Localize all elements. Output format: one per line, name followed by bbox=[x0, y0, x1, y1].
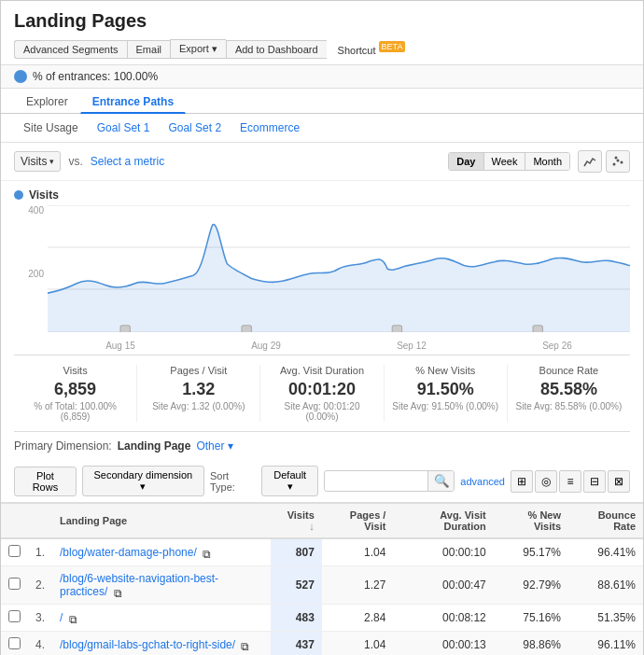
subtab-site-usage[interactable]: Site Usage bbox=[14, 118, 88, 138]
stat-avg-duration-sub: Site Avg: 00:01:20 (0.00%) bbox=[268, 401, 375, 422]
svg-rect-8 bbox=[120, 326, 130, 332]
search-box: 🔍 bbox=[324, 470, 455, 492]
chart-view-icons bbox=[578, 150, 630, 173]
external-link-icon[interactable]: ⧉ bbox=[203, 548, 214, 559]
advanced-link[interactable]: advanced bbox=[460, 476, 505, 487]
landing-page-link[interactable]: /blog/6-website-navigation-best-practice… bbox=[60, 572, 218, 598]
svg-point-0 bbox=[613, 163, 616, 166]
line-chart-icon-btn[interactable] bbox=[578, 150, 602, 173]
stat-new-visits-label: % New Visits bbox=[392, 365, 499, 376]
tabs-row: Explorer Entrance Paths bbox=[1, 89, 643, 114]
export-button[interactable]: Export ▾ bbox=[170, 39, 226, 59]
th-visits[interactable]: Visits ↓ bbox=[271, 504, 322, 539]
add-dashboard-button[interactable]: Add to Dashboard bbox=[226, 40, 327, 59]
row-checkbox[interactable] bbox=[8, 578, 21, 590]
scatter-chart-icon-btn[interactable] bbox=[606, 150, 630, 173]
x-label-aug15: Aug 15 bbox=[105, 341, 135, 351]
subtab-ecommerce[interactable]: Ecommerce bbox=[231, 118, 309, 138]
th-new-visits[interactable]: % New Visits bbox=[494, 504, 568, 539]
day-button[interactable]: Day bbox=[449, 153, 483, 170]
pie-view-button[interactable]: ◎ bbox=[535, 470, 557, 493]
pivot-view-button[interactable]: ⊟ bbox=[583, 470, 606, 493]
shortcut-button[interactable]: Shortcut BETA bbox=[338, 42, 406, 56]
external-link-icon[interactable]: ⧉ bbox=[241, 640, 252, 651]
external-link-icon[interactable]: ⧉ bbox=[69, 613, 80, 624]
segment-bar: % of entrances: 100.00% bbox=[1, 65, 643, 89]
stat-pages-visit-value: 1.32 bbox=[145, 380, 252, 399]
advanced-segments-button[interactable]: Advanced Segments bbox=[14, 40, 127, 59]
row-visits: 437 bbox=[271, 632, 322, 656]
row-pages-visit: 1.04 bbox=[322, 632, 394, 656]
primary-dim-other[interactable]: Other ▾ bbox=[196, 439, 232, 453]
landing-page-link[interactable]: / bbox=[60, 611, 63, 624]
th-bounce-rate[interactable]: Bounce Rate bbox=[568, 504, 643, 539]
landing-page-link[interactable]: /blog/water-damage-phone/ bbox=[60, 546, 197, 559]
day-week-month-toggle: Day Week Month bbox=[448, 152, 570, 171]
filter-row: Plot Rows Secondary dimension ▾ Sort Typ… bbox=[1, 460, 643, 503]
row-checkbox[interactable] bbox=[8, 610, 21, 622]
data-table: Landing Page Visits ↓ Pages / Visit Avg.… bbox=[1, 503, 643, 655]
row-checkbox-cell bbox=[1, 538, 28, 566]
vs-label: vs. bbox=[68, 155, 82, 168]
table-row: 1. /blog/water-damage-phone/ ⧉ 807 1.04 … bbox=[1, 538, 643, 566]
month-button[interactable]: Month bbox=[525, 153, 569, 170]
th-pages-visit[interactable]: Pages / Visit bbox=[322, 504, 394, 539]
grid-view-button[interactable]: ⊞ bbox=[511, 470, 533, 493]
plot-rows-button[interactable]: Plot Rows bbox=[14, 467, 77, 496]
row-pages-visit: 1.27 bbox=[322, 566, 394, 605]
tab-entrance-paths[interactable]: Entrance Paths bbox=[80, 89, 186, 114]
stat-visits-sub: % of Total: 100.00% (6,859) bbox=[21, 401, 129, 422]
row-visits: 807 bbox=[271, 538, 322, 566]
select-metric-link[interactable]: Select a metric bbox=[91, 155, 164, 168]
chart-controls: Visits ▾ vs. Select a metric Day Week Mo… bbox=[1, 143, 643, 181]
stat-bounce-rate-sub: Site Avg: 85.58% (0.00%) bbox=[515, 401, 623, 411]
row-landing-page: / ⧉ bbox=[52, 605, 271, 632]
landing-page-link[interactable]: /blog/gmail-labs-gchat-to-right-side/ bbox=[60, 638, 235, 651]
subtab-goal-set2[interactable]: Goal Set 2 bbox=[159, 118, 231, 138]
search-icon-button[interactable]: 🔍 bbox=[427, 471, 455, 491]
y-label-200: 200 bbox=[14, 269, 44, 279]
stat-pages-visit: Pages / Visit 1.32 Site Avg: 1.32 (0.00%… bbox=[137, 365, 260, 422]
sort-type-dropdown[interactable]: Default ▾ bbox=[261, 466, 318, 496]
stat-visits: Visits 6,859 % of Total: 100.00% (6,859) bbox=[14, 365, 137, 422]
row-visits: 527 bbox=[271, 566, 322, 605]
page-title: Landing Pages bbox=[14, 10, 630, 32]
chart-legend-label: Visits bbox=[29, 188, 59, 202]
row-checkbox[interactable] bbox=[8, 545, 21, 557]
visits-dropdown[interactable]: Visits ▾ bbox=[14, 151, 61, 172]
th-avg-duration[interactable]: Avg. Visit Duration bbox=[393, 504, 493, 539]
comparison-view-button[interactable]: ≡ bbox=[559, 470, 581, 493]
secondary-dimension-dropdown[interactable]: Secondary dimension ▾ bbox=[82, 466, 204, 496]
row-avg-duration: 00:00:47 bbox=[393, 566, 493, 605]
row-checkbox-cell bbox=[1, 566, 28, 605]
view-icons: ⊞ ◎ ≡ ⊟ ⊠ bbox=[511, 470, 630, 493]
row-bounce-rate: 51.35% bbox=[568, 605, 643, 632]
tab-explorer[interactable]: Explorer bbox=[14, 89, 80, 114]
chart-legend: Visits bbox=[14, 188, 630, 202]
week-button[interactable]: Week bbox=[484, 153, 526, 170]
stat-new-visits-sub: Site Avg: 91.50% (0.00%) bbox=[392, 401, 499, 411]
svg-rect-9 bbox=[242, 326, 251, 332]
table-row: 2. /blog/6-website-navigation-best-pract… bbox=[1, 566, 643, 605]
email-button[interactable]: Email bbox=[127, 40, 171, 59]
term-cloud-button[interactable]: ⊠ bbox=[608, 470, 630, 493]
svg-point-3 bbox=[615, 157, 618, 160]
svg-point-2 bbox=[621, 161, 623, 164]
external-link-icon[interactable]: ⧉ bbox=[114, 587, 125, 598]
stat-avg-duration: Avg. Visit Duration 00:01:20 Site Avg: 0… bbox=[260, 365, 384, 422]
th-num bbox=[28, 504, 52, 539]
row-checkbox[interactable] bbox=[8, 637, 21, 649]
table-row: 3. / ⧉ 483 2.84 00:08:12 75.16% 51.35% bbox=[1, 605, 643, 632]
stat-bounce-rate-label: Bounce Rate bbox=[515, 365, 623, 376]
subtab-goal-set1[interactable]: Goal Set 1 bbox=[88, 118, 160, 138]
stat-visits-value: 6,859 bbox=[21, 380, 129, 399]
primary-dim-label: Primary Dimension: bbox=[14, 439, 112, 453]
search-input[interactable] bbox=[325, 473, 427, 490]
stat-new-visits: % New Visits 91.50% Site Avg: 91.50% (0.… bbox=[385, 365, 508, 422]
page-header: Landing Pages Advanced Segments Email Ex… bbox=[1, 1, 643, 65]
chart-svg-container: 400 200 bbox=[14, 205, 630, 355]
stats-row: Visits 6,859 % of Total: 100.00% (6,859)… bbox=[14, 355, 630, 432]
chart-legend-dot bbox=[14, 190, 23, 200]
sort-label: Sort Type: bbox=[210, 470, 256, 493]
x-label-sep26: Sep 26 bbox=[542, 341, 572, 351]
